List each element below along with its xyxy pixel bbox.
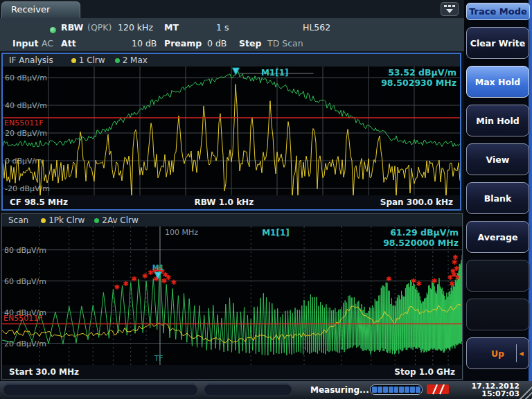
att-value[interactable]: 10 dB bbox=[132, 37, 157, 50]
input-label[interactable]: Input bbox=[12, 37, 38, 50]
trace2-color-dot-icon bbox=[94, 218, 99, 223]
progress-cell bbox=[405, 387, 409, 393]
if-analysis-footer: CF 98.5 MHz RBW 1.0 kHz Span 300.0 kHz bbox=[3, 195, 460, 209]
if-analysis-header[interactable]: IF Analysis 1 Clrw 2 Max bbox=[3, 54, 460, 66]
settings-header: RBW (QPK) 120 kHz MT 1 s HL562 Input AC … bbox=[0, 18, 464, 51]
svg-text:61.29 dBµV/m: 61.29 dBµV/m bbox=[390, 227, 459, 238]
tab-bar: Receiver bbox=[0, 0, 464, 18]
tab-receiver[interactable]: Receiver bbox=[1, 1, 80, 18]
menu-back-arrow-icon: ◀ bbox=[516, 344, 526, 362]
scan-header[interactable]: Scan 1Pk Clrw 2Av Clrw bbox=[2, 214, 462, 227]
svg-text:✱: ✱ bbox=[386, 275, 391, 283]
trace1-color-dot-icon bbox=[41, 218, 46, 223]
if-legend-trace2[interactable]: 2 Max bbox=[115, 55, 148, 65]
alert-icon bbox=[427, 384, 449, 398]
progress-cell bbox=[389, 387, 393, 393]
preamp-label[interactable]: Preamp bbox=[164, 37, 202, 50]
progress-cell bbox=[372, 387, 377, 393]
step-label[interactable]: Step bbox=[239, 37, 261, 50]
rbw-value[interactable]: 120 kHz bbox=[118, 21, 153, 34]
scan-panel: Scan 1Pk Clrw 2Av Clrw 80 dBµV/m60 dBµV/… bbox=[1, 213, 463, 380]
svg-text:TF: TF bbox=[153, 354, 163, 363]
softkey-min-hold[interactable]: Min Hold bbox=[466, 105, 529, 136]
tab-receiver-label: Receiver bbox=[11, 4, 50, 15]
center-frequency-value[interactable]: CF 98.5 MHz bbox=[10, 195, 68, 209]
if-legend-trace1[interactable]: 1 Clrw bbox=[71, 55, 105, 65]
svg-text:✱: ✱ bbox=[416, 280, 421, 287]
if-legend-trace2-label: 2 Max bbox=[123, 55, 148, 65]
softkey-panel: Trace Mode Clear Write Max Hold Min Hold… bbox=[464, 0, 532, 381]
softkey-label: Up bbox=[491, 348, 504, 359]
progress-cell bbox=[416, 387, 420, 393]
window-menu-icon bbox=[444, 5, 455, 14]
scan-legend-trace2-label: 2Av Clrw bbox=[102, 215, 139, 225]
preamp-value[interactable]: 0 dB bbox=[207, 37, 227, 50]
svg-text:53.52 dBµV/m: 53.52 dBµV/m bbox=[388, 67, 456, 78]
svg-text:✱: ✱ bbox=[449, 280, 454, 287]
softkey-blank[interactable]: Blank bbox=[466, 182, 529, 214]
progress-cell bbox=[378, 387, 382, 393]
softkey-label: Clear Write bbox=[470, 38, 525, 48]
progress-cell bbox=[399, 387, 404, 393]
svg-text:✱: ✱ bbox=[131, 275, 136, 283]
svg-text:✱: ✱ bbox=[142, 272, 148, 280]
mt-label[interactable]: MT bbox=[164, 21, 179, 34]
step-value[interactable]: TD Scan bbox=[267, 37, 303, 50]
svg-text:✱: ✱ bbox=[123, 280, 128, 287]
scan-legend-trace2[interactable]: 2Av Clrw bbox=[94, 215, 139, 225]
svg-text:✱: ✱ bbox=[451, 271, 456, 278]
softkey-label: Average bbox=[478, 232, 518, 242]
svg-text:✱: ✱ bbox=[171, 278, 177, 286]
att-label[interactable]: Att bbox=[61, 37, 76, 50]
input-value[interactable]: AC bbox=[42, 37, 53, 50]
trace1-color-dot-icon bbox=[71, 58, 76, 63]
status-bar: Measuring... 17.12.2012 15:07:03 bbox=[0, 381, 532, 399]
if-rbw-value[interactable]: RBW 1.0 kHz bbox=[195, 195, 254, 209]
scan-legend-trace1[interactable]: 1Pk Clrw bbox=[41, 215, 85, 225]
time-value: 15:07:03 bbox=[461, 390, 520, 398]
mt-value[interactable]: 1 s bbox=[216, 21, 229, 34]
scan-legend-trace1-label: 1Pk Clrw bbox=[48, 215, 85, 225]
svg-text:20 dBµV/m: 20 dBµV/m bbox=[5, 129, 47, 138]
if-analysis-panel: IF Analysis 1 Clrw 2 Max 60 dBµV/m40 dBµ… bbox=[1, 53, 461, 211]
softkey-max-hold[interactable]: Max Hold bbox=[466, 66, 529, 98]
transducer-value[interactable]: HL562 bbox=[303, 21, 330, 34]
measurement-status-text: Measuring... bbox=[310, 381, 369, 399]
progress-cell bbox=[383, 387, 388, 393]
svg-text:✱: ✱ bbox=[114, 283, 120, 291]
svg-text:✱: ✱ bbox=[452, 254, 458, 261]
if-spectrum-plot[interactable]: 60 dBµV/m40 dBµV/m20 dBµV/m0 dBµV/m-20 d… bbox=[3, 66, 460, 195]
statusbar-segment bbox=[3, 383, 198, 396]
svg-text:98.502930 MHz: 98.502930 MHz bbox=[381, 78, 456, 88]
softkey-up[interactable]: Up ◀ bbox=[466, 337, 529, 369]
if-spectrum-svg: 60 dBµV/m40 dBµV/m20 dBµV/m0 dBµV/m-20 d… bbox=[3, 66, 460, 195]
window-menu-button[interactable] bbox=[441, 2, 459, 16]
progress-cell bbox=[394, 387, 399, 393]
softkey-label: Blank bbox=[484, 193, 511, 204]
svg-text:60 dBµV/m: 60 dBµV/m bbox=[4, 277, 46, 286]
svg-text:EN55011F: EN55011F bbox=[3, 314, 43, 323]
softkey-clear-write[interactable]: Clear Write bbox=[466, 27, 529, 59]
svg-text:80 dBµV/m: 80 dBµV/m bbox=[4, 246, 46, 255]
rbw-detector[interactable]: (QPK) bbox=[87, 21, 112, 34]
softkey-view[interactable]: View bbox=[466, 143, 529, 175]
start-frequency-value[interactable]: Start 30.0 MHz bbox=[9, 365, 79, 379]
softkey-average[interactable]: Average bbox=[466, 221, 529, 253]
stop-frequency-value[interactable]: Stop 1.0 GHz bbox=[394, 365, 455, 379]
trace2-color-dot-icon bbox=[115, 58, 120, 63]
svg-text:M1: M1 bbox=[152, 264, 164, 272]
softkey-menu-title: Trace Mode bbox=[466, 3, 530, 20]
svg-text:60 dBµV/m: 60 dBµV/m bbox=[5, 73, 47, 82]
softkey-unassigned-2[interactable] bbox=[466, 299, 529, 330]
span-value[interactable]: Span 300.0 kHz bbox=[380, 195, 453, 209]
scan-spectrum-plot[interactable]: 80 dBµV/m60 dBµV/m40 dBµV/m20 dBµV/m100 … bbox=[2, 227, 462, 365]
scan-title: Scan bbox=[8, 215, 28, 225]
rbw-label[interactable]: RBW bbox=[61, 21, 83, 34]
softkey-unassigned-1[interactable] bbox=[466, 260, 529, 292]
svg-text:100 MHz: 100 MHz bbox=[165, 228, 198, 237]
softkey-label: Max Hold bbox=[475, 77, 521, 87]
svg-text:M1[1]: M1[1] bbox=[262, 228, 290, 238]
if-analysis-title: IF Analysis bbox=[9, 55, 53, 65]
rbw-status-led-icon bbox=[50, 24, 56, 37]
instrument-screen: Receiver RBW (QPK) 120 kHz MT 1 s HL562 … bbox=[0, 0, 532, 399]
